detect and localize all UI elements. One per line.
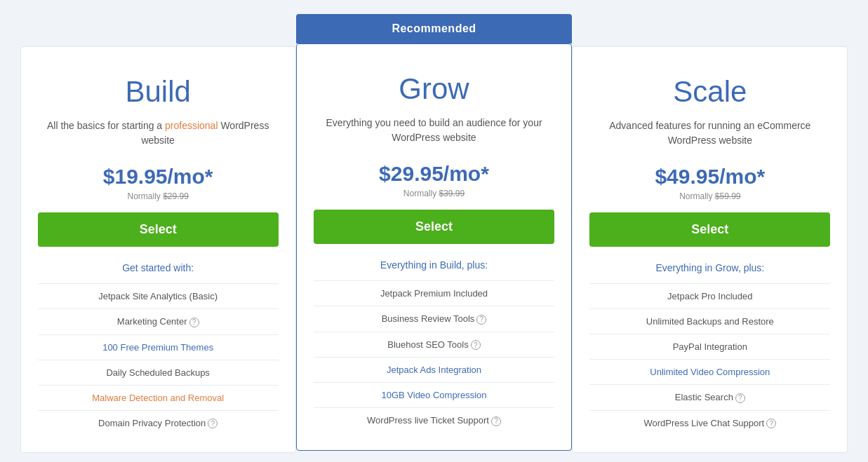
help-icon-build-5[interactable]: ? — [208, 419, 218, 428]
plan-name-build: Build — [38, 75, 279, 109]
pricing-container: BuildAll the basics for starting a profe… — [20, 14, 848, 453]
plan-description-scale: Advanced features for running an eCommer… — [589, 118, 830, 152]
plan-normal-price-build: Normally $29.99 — [38, 191, 279, 201]
feature-item-grow-1: Business Review Tools? — [314, 306, 554, 332]
feature-item-scale-1: Unlimited Backups and Restore — [589, 308, 830, 334]
plan-card-inner-grow: GrowEverything you need to build an audi… — [296, 43, 572, 451]
feature-item-build-1: Marketing Center? — [38, 308, 279, 334]
feature-item-build-0: Jetpack Site Analytics (Basic) — [38, 283, 279, 308]
plan-description-grow: Everything you need to build an audience… — [314, 116, 554, 149]
feature-item-grow-0: Jetpack Premium Included — [314, 280, 554, 306]
help-icon-scale-4[interactable]: ? — [735, 393, 745, 403]
help-icon-build-1[interactable]: ? — [189, 318, 199, 327]
plan-card-grow: RecommendedGrowEverything you need to bu… — [296, 14, 572, 451]
select-button-build[interactable]: Select — [38, 212, 279, 247]
feature-item-grow-2: Bluehost SEO Tools? — [314, 332, 554, 358]
feature-item-scale-2: PayPal Integration — [589, 334, 830, 359]
feature-list-build: Jetpack Site Analytics (Basic)Marketing … — [38, 283, 279, 435]
plan-description-build: All the basics for starting a profession… — [38, 118, 279, 152]
help-icon-grow-2[interactable]: ? — [471, 340, 481, 350]
help-icon-grow-1[interactable]: ? — [476, 315, 486, 325]
feature-item-scale-5: WordPress Live Chat Support? — [589, 410, 830, 436]
feature-item-build-4: Malware Detection and Removal — [38, 385, 279, 410]
feature-item-scale-0: Jetpack Pro Included — [589, 283, 830, 308]
plan-name-scale: Scale — [589, 75, 830, 109]
plan-price-grow: $29.95/mo* — [314, 162, 554, 186]
feature-item-grow-4: 10GB Video Compression — [314, 382, 554, 407]
select-button-grow[interactable]: Select — [314, 210, 554, 244]
feature-item-grow-3: Jetpack Ads Integration — [314, 357, 554, 382]
plan-price-scale: $49.95/mo* — [589, 165, 830, 189]
recommended-badge: Recommended — [296, 14, 572, 43]
feature-item-build-2: 100 Free Premium Themes — [38, 334, 279, 360]
features-header-grow: Everything in Build, plus: — [314, 259, 554, 271]
feature-item-scale-3: Unlimited Video Compression — [589, 359, 830, 384]
feature-item-build-3: Daily Scheduled Backups — [38, 360, 279, 385]
plan-card-inner-build: BuildAll the basics for starting a profe… — [20, 46, 296, 453]
plan-name-grow: Grow — [314, 72, 554, 106]
help-icon-grow-5[interactable]: ? — [491, 416, 501, 426]
plan-normal-price-grow: Normally $39.99 — [314, 189, 554, 198]
features-header-scale: Everything in Grow, plus: — [589, 262, 830, 273]
feature-item-grow-5: WordPress live Ticket Support? — [314, 407, 554, 433]
feature-list-grow: Jetpack Premium IncludedBusiness Review … — [314, 280, 554, 433]
select-button-scale[interactable]: Select — [589, 212, 830, 247]
plan-normal-price-scale: Normally $59.99 — [589, 191, 830, 201]
help-icon-scale-5[interactable]: ? — [766, 419, 776, 428]
features-header-build: Get started with: — [38, 262, 279, 273]
plan-card-scale: ScaleAdvanced features for running an eC… — [572, 14, 848, 453]
feature-list-scale: Jetpack Pro IncludedUnlimited Backups an… — [589, 283, 830, 435]
plan-card-inner-scale: ScaleAdvanced features for running an eC… — [572, 46, 848, 453]
plan-price-build: $19.95/mo* — [38, 165, 279, 189]
feature-item-scale-4: Elastic Search? — [589, 384, 830, 410]
plan-card-build: BuildAll the basics for starting a profe… — [20, 14, 296, 453]
feature-item-build-5: Domain Privacy Protection? — [38, 410, 279, 436]
